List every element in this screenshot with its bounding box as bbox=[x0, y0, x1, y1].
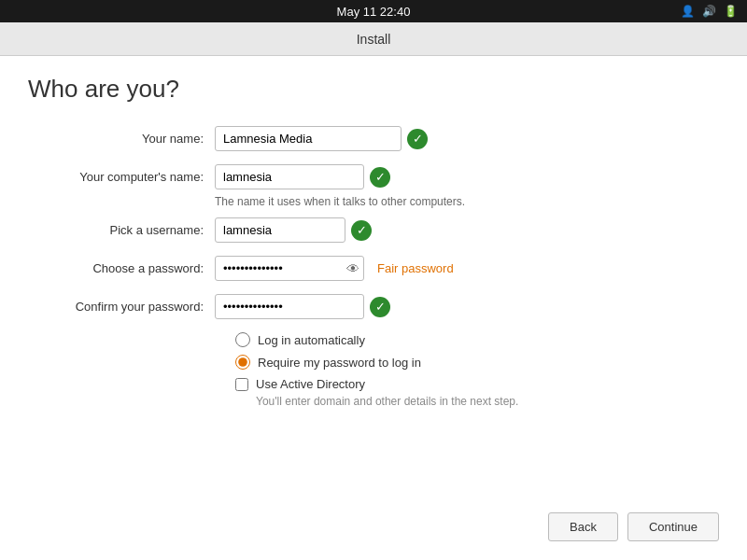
confirm-label: Confirm your password: bbox=[28, 300, 215, 314]
password-input[interactable] bbox=[215, 256, 364, 281]
username-check-icon: ✓ bbox=[351, 220, 372, 241]
your-name-input-wrap: ✓ bbox=[215, 126, 428, 151]
computer-name-input-wrap: ✓ bbox=[215, 164, 390, 189]
titlebar-title: Install bbox=[357, 32, 391, 47]
main-content: Who are you? Your name: ✓ Your computer'… bbox=[0, 56, 747, 560]
require-password-label[interactable]: Require my password to log in bbox=[258, 356, 421, 370]
use-ad-row: Use Active Directory bbox=[235, 377, 719, 391]
computer-name-check-icon: ✓ bbox=[370, 167, 390, 188]
computer-name-hint: The name it uses when it talks to other … bbox=[215, 195, 719, 208]
log-in-auto-label[interactable]: Log in automatically bbox=[258, 333, 365, 347]
password-row: Choose a password: 👁 Fair password bbox=[28, 256, 719, 281]
your-name-row: Your name: ✓ bbox=[28, 126, 719, 151]
battery-icon: 🔋 bbox=[724, 5, 738, 18]
your-name-check-icon: ✓ bbox=[407, 129, 428, 149]
computer-name-row: Your computer's name: ✓ bbox=[28, 164, 719, 189]
back-button[interactable]: Back bbox=[548, 512, 618, 541]
topbar: May 11 22:40 👤 🔊 🔋 bbox=[0, 0, 747, 22]
password-label: Choose a password: bbox=[28, 261, 215, 275]
use-ad-label[interactable]: Use Active Directory bbox=[256, 377, 365, 391]
ad-hint-text: You'll enter domain and other details in… bbox=[256, 395, 719, 408]
confirm-password-row: Confirm your password: ✓ bbox=[28, 294, 719, 319]
your-name-input[interactable] bbox=[215, 126, 402, 151]
log-in-auto-row: Log in automatically bbox=[235, 332, 719, 347]
username-input[interactable] bbox=[215, 217, 345, 243]
password-input-wrap: 👁 Fair password bbox=[215, 256, 454, 281]
titlebar: Install bbox=[0, 22, 747, 56]
options-section: Log in automatically Require my password… bbox=[235, 332, 719, 408]
continue-button[interactable]: Continue bbox=[627, 512, 719, 541]
sound-icon: 🔊 bbox=[702, 5, 716, 18]
computer-name-input[interactable] bbox=[215, 164, 364, 189]
password-strength-label: Fair password bbox=[377, 261, 454, 275]
require-password-radio[interactable] bbox=[235, 355, 250, 370]
log-in-auto-radio[interactable] bbox=[235, 332, 250, 347]
password-field-container: 👁 bbox=[215, 256, 364, 281]
confirm-input-wrap: ✓ bbox=[215, 294, 390, 319]
page-heading: Who are you? bbox=[28, 75, 719, 104]
computer-name-label: Your computer's name: bbox=[28, 170, 215, 184]
topbar-datetime: May 11 22:40 bbox=[337, 5, 411, 19]
confirm-password-input[interactable] bbox=[215, 294, 364, 319]
username-row: Pick a username: ✓ bbox=[28, 217, 719, 243]
bottom-buttons: Back Continue bbox=[548, 512, 719, 541]
password-eye-button[interactable]: 👁 bbox=[346, 261, 359, 276]
person-icon: 👤 bbox=[681, 5, 695, 18]
use-ad-checkbox[interactable] bbox=[235, 378, 248, 391]
topbar-icons: 👤 🔊 🔋 bbox=[681, 5, 738, 18]
username-input-wrap: ✓ bbox=[215, 217, 372, 243]
your-name-label: Your name: bbox=[28, 132, 215, 146]
confirm-check-icon: ✓ bbox=[370, 297, 390, 317]
require-password-row: Require my password to log in bbox=[235, 355, 719, 370]
username-label: Pick a username: bbox=[28, 223, 215, 237]
